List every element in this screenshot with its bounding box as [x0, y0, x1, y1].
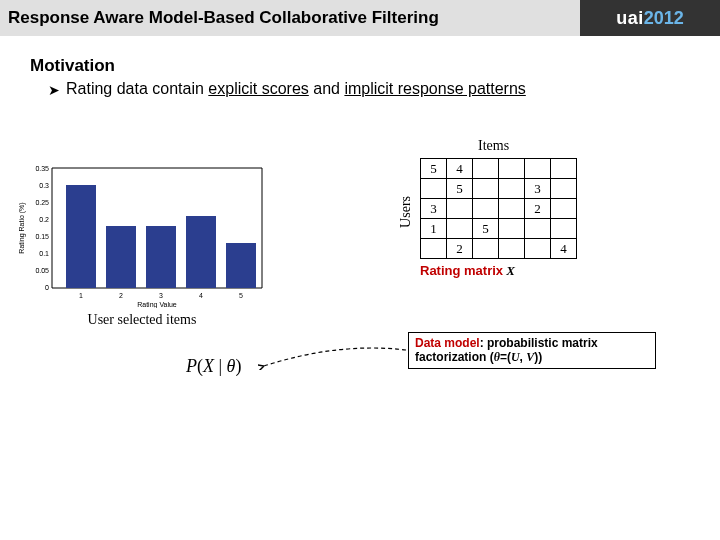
svg-rect-13 — [106, 226, 136, 288]
svg-text:0.25: 0.25 — [35, 199, 49, 206]
bullet-underline-1: explicit scores — [208, 80, 308, 97]
bullet-prefix: Rating data contain — [66, 80, 208, 97]
rating-matrix-area: Items Users 54 53 32 15 24 Rating matrix… — [420, 144, 577, 279]
probability-formula: P(X | θ) — [186, 356, 241, 377]
cell: 4 — [447, 159, 473, 179]
svg-text:Rating Value: Rating Value — [137, 301, 177, 308]
bullet-mid: and — [309, 80, 345, 97]
svg-rect-12 — [66, 185, 96, 288]
svg-text:0.3: 0.3 — [39, 182, 49, 189]
cell — [499, 199, 525, 219]
cell: 5 — [447, 179, 473, 199]
cell: 4 — [551, 239, 577, 259]
users-label: Users — [398, 196, 414, 228]
svg-rect-16 — [226, 243, 256, 288]
u-var: U — [511, 350, 520, 364]
formula-p: P — [186, 356, 197, 376]
logo: uai 2012 — [580, 0, 720, 36]
cell: 2 — [447, 239, 473, 259]
header-bar: Response Aware Model-Based Collaborative… — [0, 0, 720, 36]
cell: 5 — [473, 219, 499, 239]
cell — [473, 179, 499, 199]
svg-text:4: 4 — [199, 292, 203, 299]
svg-rect-15 — [186, 216, 216, 288]
cell — [421, 239, 447, 259]
cell — [499, 219, 525, 239]
main-area: 0 0.05 0.1 0.15 0.2 0.25 0.3 0.35 — [30, 158, 690, 518]
bullet-underline-2: implicit response patterns — [344, 80, 525, 97]
cell — [525, 159, 551, 179]
cell — [499, 179, 525, 199]
cell — [473, 199, 499, 219]
cell — [447, 199, 473, 219]
svg-rect-14 — [146, 226, 176, 288]
logo-brand: uai — [616, 8, 644, 29]
data-model-box: Data model: probabilistic matrix factori… — [408, 332, 656, 369]
cell — [551, 219, 577, 239]
cell — [473, 239, 499, 259]
cell — [473, 159, 499, 179]
page-title: Response Aware Model-Based Collaborative… — [8, 8, 439, 28]
cell — [499, 239, 525, 259]
cell — [525, 239, 551, 259]
cell: 3 — [421, 199, 447, 219]
motivation-heading: Motivation — [30, 56, 690, 76]
bar-chart-svg: 0 0.05 0.1 0.15 0.2 0.25 0.3 0.35 — [12, 158, 272, 308]
cell — [551, 179, 577, 199]
cell — [499, 159, 525, 179]
bullet-text: Rating data contain explicit scores and … — [66, 80, 526, 98]
logo-year: 2012 — [644, 8, 684, 29]
svg-text:5: 5 — [239, 292, 243, 299]
svg-text:2: 2 — [119, 292, 123, 299]
cell — [551, 159, 577, 179]
cell: 1 — [421, 219, 447, 239]
cell: 2 — [525, 199, 551, 219]
matrix-caption: Rating matrix X — [420, 263, 577, 279]
formula-close: ) — [235, 356, 241, 376]
bar-chart: 0 0.05 0.1 0.15 0.2 0.25 0.3 0.35 — [12, 158, 272, 328]
eq: =( — [500, 350, 511, 364]
cell: 5 — [421, 159, 447, 179]
matrix-caption-var: X — [503, 263, 515, 278]
cell: 3 — [525, 179, 551, 199]
content: Motivation ➤ Rating data contain explici… — [0, 36, 720, 518]
dashed-arrow-icon — [258, 346, 408, 370]
bullet-arrow-icon: ➤ — [48, 80, 60, 98]
svg-text:0.35: 0.35 — [35, 165, 49, 172]
svg-text:Rating Ratio (%): Rating Ratio (%) — [18, 202, 26, 253]
svg-text:0: 0 — [45, 284, 49, 291]
formula-bar: | — [214, 356, 227, 376]
matrix-caption-red: Rating matrix — [420, 263, 503, 278]
svg-text:0.2: 0.2 — [39, 216, 49, 223]
chart-caption: User selected items — [12, 312, 272, 328]
svg-text:0.1: 0.1 — [39, 250, 49, 257]
svg-text:1: 1 — [79, 292, 83, 299]
formula-x: X — [203, 356, 214, 376]
cell — [525, 219, 551, 239]
close-paren: )) — [534, 350, 542, 364]
data-model-label: Data model — [415, 336, 480, 350]
cell — [421, 179, 447, 199]
svg-text:3: 3 — [159, 292, 163, 299]
cell — [447, 219, 473, 239]
rating-matrix: 54 53 32 15 24 — [420, 158, 577, 259]
items-label: Items — [478, 138, 509, 154]
cell — [551, 199, 577, 219]
svg-text:0.15: 0.15 — [35, 233, 49, 240]
svg-text:0.05: 0.05 — [35, 267, 49, 274]
motivation-bullet: ➤ Rating data contain explicit scores an… — [48, 80, 690, 98]
